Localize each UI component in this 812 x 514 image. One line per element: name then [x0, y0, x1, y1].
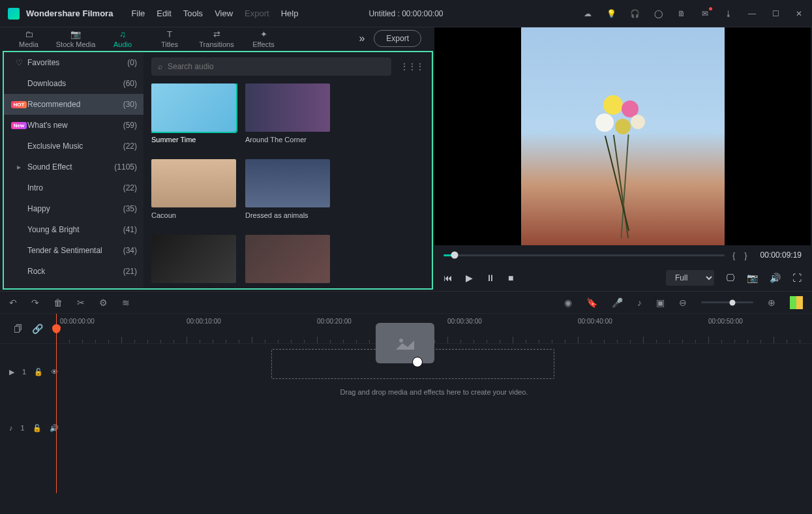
mark-in-icon[interactable]: { — [732, 250, 735, 260]
headphones-icon[interactable]: 🎧 — [629, 8, 640, 19]
drag-media-placeholder-icon — [376, 323, 434, 363]
sidebar-item-what-s-new[interactable]: NewWhat's new(59) — [4, 115, 143, 136]
sidebar-item-favorites[interactable]: ♡Favorites(0) — [4, 52, 143, 73]
sidebar-item-label: Sound Effect — [27, 162, 114, 172]
undo-icon[interactable]: ↶ — [9, 297, 17, 308]
audio-thumb[interactable]: Dressed as animals — [245, 159, 330, 219]
menu-view[interactable]: View — [215, 8, 233, 18]
document-title: Untitled : 00:00:00:00 — [368, 9, 443, 18]
sidebar-item-count: (60) — [123, 79, 137, 88]
minimize-icon[interactable]: ― — [747, 8, 757, 19]
mark-out-icon[interactable]: } — [744, 250, 747, 260]
grid-view-icon[interactable]: ⋮⋮⋮ — [400, 62, 424, 71]
sidebar-item-happy[interactable]: Happy(35) — [4, 198, 143, 219]
zoom-slider[interactable] — [701, 301, 753, 303]
lock-icon[interactable]: 🔓 — [34, 368, 43, 376]
link-icon[interactable]: 🔗 — [32, 324, 43, 334]
close-icon[interactable]: ✕ — [794, 8, 804, 19]
sidebar-item-recommended[interactable]: HOTRecommended(30) — [4, 94, 143, 115]
crop-icon[interactable]: ▣ — [656, 297, 665, 308]
video-track-icon: ▶ — [9, 368, 14, 376]
quality-select[interactable]: Full — [666, 270, 714, 286]
thumb-image — [245, 235, 330, 283]
prev-frame-icon[interactable]: ⏮ — [444, 273, 453, 283]
lock-icon[interactable]: 🔓 — [33, 424, 42, 432]
save-icon[interactable]: 🗎 — [676, 8, 687, 19]
audio-thumb[interactable]: A Story — [151, 235, 236, 288]
mail-icon[interactable]: ✉ — [700, 8, 710, 19]
menu-tools[interactable]: Tools — [183, 8, 203, 18]
audio-thumb[interactable]: Summer Time — [151, 83, 236, 144]
video-track-number: 1 — [22, 368, 26, 376]
fullscreen-icon[interactable]: ⛶ — [792, 273, 802, 283]
waveform-icon[interactable]: ≋ — [122, 297, 130, 308]
zoom-out-icon[interactable]: ⊖ — [679, 297, 687, 308]
audio-thumb[interactable]: Cacoun — [151, 159, 236, 219]
maximize-icon[interactable]: ☐ — [770, 8, 781, 19]
sidebar-item-young-bright[interactable]: Young & Bright(41) — [4, 219, 143, 240]
cut-icon[interactable]: ✂ — [77, 297, 85, 308]
ruler-label: 00:00:00:00 — [60, 318, 95, 325]
lightbulb-icon[interactable]: 💡 — [606, 8, 616, 19]
sidebar-item-downloads[interactable]: Downloads(60) — [4, 73, 143, 94]
adjust-icon[interactable]: ⚙ — [99, 297, 108, 308]
cloud-icon[interactable]: ☁ — [582, 8, 593, 19]
tab-media[interactable]: 🗀Media — [5, 27, 52, 50]
download-icon[interactable]: ⭳ — [723, 8, 734, 19]
play-icon[interactable]: ▶ — [466, 273, 473, 283]
audio-track-icon: ♪ — [9, 424, 13, 432]
playhead[interactable] — [56, 314, 57, 493]
marker-icon[interactable]: 🔖 — [586, 297, 597, 308]
stop-icon[interactable]: ■ — [508, 273, 513, 283]
sidebar-item-label: What's new — [27, 121, 123, 130]
menu-help[interactable]: Help — [281, 8, 299, 18]
search-input[interactable] — [168, 62, 385, 71]
audio-thumb[interactable]: Catwalk queen — [245, 235, 330, 288]
audio-mix-icon[interactable]: ♪ — [637, 297, 642, 308]
sidebar-item-exclusive-music[interactable]: Exclusive Music(22) — [4, 136, 143, 157]
sidebar-item-icon: New — [10, 122, 27, 129]
thumb-label: Summer Time — [151, 136, 236, 144]
menu-file[interactable]: File — [131, 8, 145, 18]
delete-icon[interactable]: 🗑 — [53, 297, 63, 308]
sidebar-item-sound-effect[interactable]: ▸Sound Effect(1105) — [4, 157, 143, 177]
preview-timecode: 00:00:09:19 — [760, 250, 802, 260]
scrub-bar[interactable] — [444, 254, 725, 256]
display-icon[interactable]: 🖵 — [726, 273, 735, 283]
tab-audio[interactable]: ♫Audio — [99, 27, 146, 50]
menu-export: Export — [245, 8, 269, 18]
expand-icon[interactable]: » — [350, 33, 374, 44]
sidebar-item-tender-sentimental[interactable]: Tender & Sentimental(34) — [4, 240, 143, 261]
thumb-image — [151, 83, 236, 132]
sidebar-item-label: Intro — [27, 183, 123, 192]
pause-icon[interactable]: ⏸ — [486, 273, 495, 283]
record-voice-icon[interactable]: 🎤 — [612, 297, 623, 308]
main-menu: File Edit Tools View Export Help — [131, 8, 298, 18]
app-logo-icon — [8, 8, 20, 20]
sidebar-item-rock[interactable]: Rock(21) — [4, 261, 143, 282]
manage-tracks-icon[interactable]: 🗍 — [14, 324, 23, 334]
sidebar-item-label: Recommended — [27, 100, 123, 109]
render-icon[interactable]: ◉ — [564, 297, 572, 308]
ruler-label: 00:00:10:00 — [187, 318, 221, 325]
tab-titles[interactable]: TTitles — [146, 27, 193, 50]
mode-tabs: 🗀Media 📷Stock Media ♫Audio TTitles ⇄Tran… — [0, 27, 434, 50]
sidebar-item-count: (22) — [123, 183, 137, 192]
volume-icon[interactable]: 🔊 — [770, 273, 781, 283]
user-icon[interactable]: ◯ — [653, 8, 663, 19]
menu-edit[interactable]: Edit — [157, 8, 171, 18]
sidebar-item-intro[interactable]: Intro(22) — [4, 177, 143, 198]
app-name: Wondershare Filmora — [26, 8, 113, 18]
tab-effects[interactable]: ✦Effects — [240, 27, 287, 50]
color-swatches[interactable] — [790, 296, 803, 309]
redo-icon[interactable]: ↷ — [31, 297, 39, 308]
zoom-in-icon[interactable]: ⊕ — [768, 297, 775, 308]
tab-stock-media[interactable]: 📷Stock Media — [52, 27, 99, 50]
camera-icon: 📷 — [70, 29, 81, 39]
sidebar-item-count: (34) — [123, 246, 137, 255]
audio-thumb[interactable]: Around The Corner — [245, 83, 330, 144]
ruler-label: 00:00:50:00 — [708, 318, 743, 325]
export-button[interactable]: Export — [374, 30, 421, 47]
snapshot-icon[interactable]: 📷 — [747, 273, 758, 283]
tab-transitions[interactable]: ⇄Transitions — [193, 27, 240, 50]
